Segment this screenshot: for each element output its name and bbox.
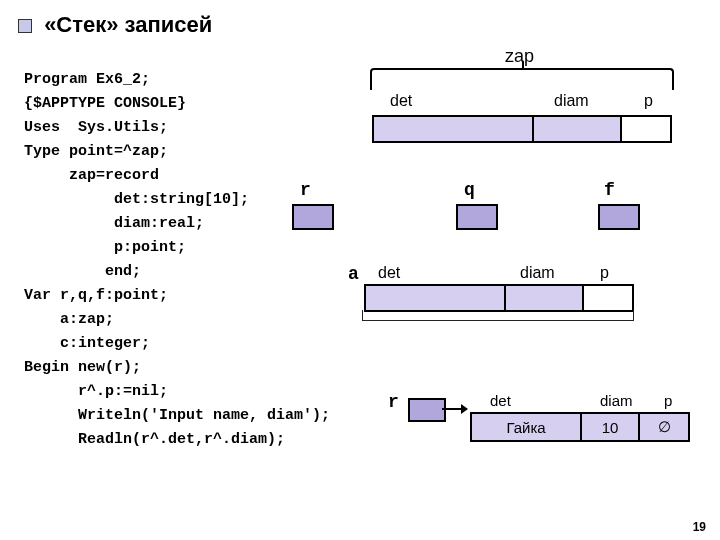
field-p: p (600, 264, 609, 282)
a-label: a (348, 264, 359, 284)
page-title: «Стек» записей (18, 12, 702, 38)
record-cell (506, 286, 584, 310)
code-line: r^.p:=nil; (24, 383, 168, 400)
field-diam: diam (554, 92, 589, 110)
code-block: Program Ex6_2; {$APPTYPE CONSOLE} Uses S… (24, 44, 330, 452)
bottom-record-box: Гайка 10 ∅ (470, 412, 690, 442)
title-text: «Стек» записей (44, 12, 212, 37)
brace-icon (362, 310, 634, 321)
a-record-box (364, 284, 634, 312)
record-cell (584, 286, 632, 310)
code-line: Program Ex6_2; (24, 71, 150, 88)
brace-icon (370, 68, 674, 90)
field-p: p (664, 392, 672, 409)
bottom-r-box (408, 398, 446, 422)
field-det: det (378, 264, 400, 282)
code-line: Uses Sys.Utils; (24, 119, 168, 136)
field-det: det (490, 392, 511, 409)
pointer-r-box (292, 204, 334, 230)
field-p: p (644, 92, 653, 110)
pointer-f-box (598, 204, 640, 230)
code-line: zap=record (24, 167, 159, 184)
code-line: {$APPTYPE CONSOLE} (24, 95, 186, 112)
zap-label: zap (505, 46, 534, 67)
code-line: p:point; (24, 239, 186, 256)
code-line: Var r,q,f:point; (24, 287, 168, 304)
field-diam: diam (520, 264, 555, 282)
code-line: Readln(r^.det,r^.diam); (24, 431, 285, 448)
code-line: Writeln('Input name, diam'); (24, 407, 330, 424)
code-line: Type point=^zap; (24, 143, 168, 160)
code-line: a:zap; (24, 311, 114, 328)
record-cell (374, 117, 534, 141)
record-cell (366, 286, 506, 310)
record-cell (622, 117, 670, 141)
record-cell-diam: 10 (582, 414, 640, 440)
code-line: Begin new(r); (24, 359, 141, 376)
record-cell-det: Гайка (472, 414, 582, 440)
zap-record-box (372, 115, 672, 143)
field-diam: diam (600, 392, 633, 409)
pointer-f-label: f (604, 180, 615, 200)
bullet-icon (18, 19, 32, 33)
bottom-r-label: r (388, 392, 399, 412)
record-cell-p: ∅ (640, 414, 688, 440)
pointer-r-label: r (300, 180, 311, 200)
arrow-icon (442, 408, 462, 410)
field-det: det (390, 92, 412, 110)
code-line: end; (24, 263, 141, 280)
pointer-q-label: q (464, 180, 475, 200)
record-cell (534, 117, 622, 141)
code-line: det:string[10]; (24, 191, 249, 208)
code-line: c:integer; (24, 335, 150, 352)
page-number: 19 (693, 520, 706, 534)
pointer-q-box (456, 204, 498, 230)
code-line: diam:real; (24, 215, 204, 232)
